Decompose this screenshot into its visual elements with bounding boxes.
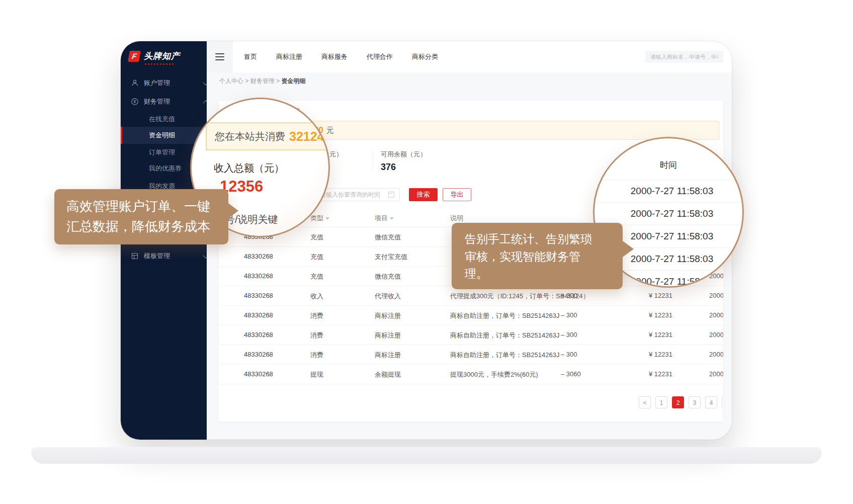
callout-line: 审核，实现智能财务管 [465, 248, 610, 266]
cell-item: 支付宝充值 [375, 253, 407, 262]
finance-icon [131, 98, 139, 106]
banner-unit: 元 [326, 126, 334, 135]
export-button[interactable]: 导出 [443, 188, 471, 201]
cell-item: 代理收入 [375, 292, 401, 301]
breadcrumb-item[interactable]: 财务管理 [250, 77, 275, 85]
cell-type: 充值 [310, 233, 323, 242]
nav-tab-trademark-classes[interactable]: 商标分类 [412, 52, 438, 61]
cell-desc: 商标自助注册，订单号：SB2514263J [450, 311, 559, 320]
sidebar-item-templates[interactable]: 模板管理 [121, 247, 217, 265]
table-header-item[interactable]: 项目 [375, 214, 394, 223]
page-prev-button[interactable]: < [639, 396, 651, 408]
cell-type: 收入 [310, 292, 323, 301]
cell-order-no: 48330268 [244, 292, 273, 299]
magnified-banner-amount: 32124 [289, 129, 324, 144]
table-header-desc: 说明 [450, 214, 463, 223]
sort-caret-icon [390, 217, 394, 220]
hamburger-button[interactable] [207, 41, 233, 72]
cell-time: 2000-7-27 11:58:03 [709, 331, 723, 339]
user-icon [131, 79, 139, 87]
cell-desc: 商标自助注册，订单号：SB2514263J [450, 351, 559, 360]
laptop-base [31, 447, 822, 464]
cell-type: 消费 [310, 331, 323, 340]
logo-icon: F [128, 51, 141, 62]
cell-amount: – 300 [561, 351, 577, 358]
logo-title: 头牌知产 [144, 50, 180, 62]
site-search-input[interactable] [645, 51, 723, 63]
nav-tab-agency[interactable]: 代理合作 [367, 52, 393, 61]
cell-order-no: 48330268 [244, 370, 273, 378]
cell-item: 余额提现 [375, 370, 401, 379]
magnified-time-cell: 2000-7-27 11:58:03 [594, 180, 742, 203]
cell-item: 微信充值 [375, 233, 401, 242]
sort-caret-icon [325, 217, 329, 220]
cell-order-no: 48330268 [244, 351, 273, 358]
cell-item: 商标注册 [375, 351, 401, 360]
callout-line: 理。 [465, 265, 610, 283]
table-row: 48330268 消费 商标注册 商标自助注册，订单号：SB2514263J –… [219, 345, 723, 365]
cell-item: 商标注册 [375, 331, 401, 340]
nav-tab-trademark-register[interactable]: 商标注册 [276, 52, 302, 61]
callout-line: 告别手工统计、告别繁琐 [465, 230, 610, 248]
table-row: 48330268 提现 余额提现 提现3000元，手续费2%(60元) – 30… [219, 364, 723, 384]
page-button-3[interactable]: 3 [689, 396, 701, 408]
sidebar-item-label: 财务管理 [144, 97, 170, 106]
table-row: 48330268 消费 商标注册 商标自助注册，订单号：SB2514263J –… [219, 325, 723, 345]
callout-left: 高效管理账户订单、一键 汇总数据，降低财务成本 [54, 189, 228, 244]
nav-tab-trademark-services[interactable]: 商标服务 [321, 52, 348, 61]
sidebar-item-finance[interactable]: 财务管理 [121, 93, 217, 110]
nav-tab-home[interactable]: 首页 [244, 52, 257, 61]
callout-right: 告别手工统计、告别繁琐 审核，实现智能财务管 理。 [452, 223, 623, 289]
search-button[interactable]: 搜索 [409, 188, 438, 201]
date-query-input[interactable] [314, 188, 400, 201]
cell-time: 2000-7-27 11:58:03 [709, 292, 723, 299]
cell-time: 2000-7-27 11:58:03 [709, 370, 723, 378]
page-button-2-active[interactable]: 2 [672, 396, 684, 408]
page: F 头牌知产 账户管理 财务管理 在 [0, 0, 853, 504]
available-balance-label: 可用余额（元） [381, 150, 426, 159]
breadcrumb-separator: > [245, 77, 248, 85]
cell-type: 消费 [310, 311, 323, 320]
sidebar-item-label: 我的优惠券 [149, 164, 182, 173]
cell-item: 商标注册 [375, 311, 401, 320]
table-header-type[interactable]: 类型 [310, 214, 329, 223]
menu-icon [215, 53, 224, 54]
cell-order-no: 48330268 [244, 331, 273, 339]
callout-line: 高效管理账户订单、一键 [66, 196, 216, 216]
template-icon [131, 252, 139, 260]
magnified-income-label: 收入总额（元） [214, 161, 284, 175]
cell-order-no: 48330268 [244, 311, 273, 319]
table-row: 48330268 消费 商标注册 商标自助注册，订单号：SB2514263J –… [219, 305, 723, 325]
cell-amount: – 300 [561, 331, 577, 339]
cell-desc: 商标自助注册，订单号：SB2514263J [450, 331, 559, 340]
cell-balance: ¥ 12231 [649, 331, 672, 339]
sidebar-item-label: 在线充值 [149, 115, 175, 124]
cell-amount: – 3060 [561, 370, 581, 378]
sidebar-item-label: 模板管理 [144, 251, 170, 261]
sidebar-item-label: 资金明细 [149, 131, 175, 140]
breadcrumb-current: 资金明细 [281, 77, 305, 85]
cell-type: 充值 [310, 272, 323, 281]
cell-order-no: 48330268 [244, 272, 273, 280]
callout-line: 汇总数据，降低财务成本 [66, 216, 216, 236]
breadcrumb: 个人中心 > 财务管理 > 资金明细 [219, 72, 305, 90]
page-button-5[interactable]: 5 [722, 396, 723, 408]
sidebar-item-account[interactable]: 账户管理 [121, 74, 217, 92]
available-balance-value: 376 [381, 162, 396, 173]
magnified-consumption-banner: 您在本站共消费 32124 [206, 122, 330, 150]
cell-type: 充值 [310, 253, 323, 262]
sidebar-item-label: 账户管理 [144, 78, 170, 88]
magnified-time-header: 时间 [594, 159, 742, 171]
pagination: < 1 2 3 4 5 [639, 396, 723, 408]
cell-balance: ¥ 12231 [649, 311, 672, 319]
cell-amount: + 300 [561, 292, 577, 299]
cell-amount: – 300 [561, 311, 577, 319]
page-button-1[interactable]: 1 [655, 396, 667, 408]
cell-desc: 提现3000元，手续费2%(60元) [450, 370, 538, 379]
breadcrumb-item[interactable]: 个人中心 [219, 77, 243, 85]
page-button-4[interactable]: 4 [705, 396, 717, 408]
cell-time: 2000-7-27 11:58:03 [709, 351, 723, 358]
nav-tabs: 首页 商标注册 商标服务 代理合作 商标分类 [244, 41, 438, 72]
cell-type: 提现 [310, 370, 323, 379]
breadcrumb-separator: > [276, 77, 280, 85]
